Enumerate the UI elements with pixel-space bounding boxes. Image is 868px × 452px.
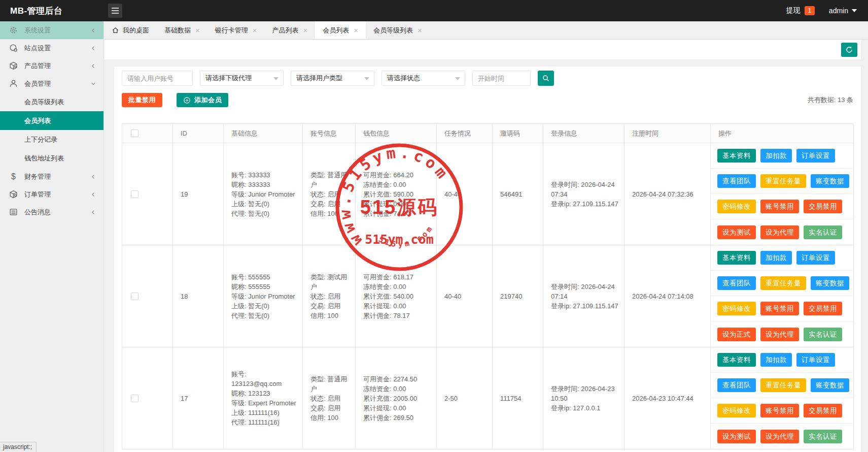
action-button[interactable]: 账变数据 xyxy=(811,174,849,188)
action-button[interactable]: 密码修改 xyxy=(717,200,756,213)
sidebar-item-site[interactable]: 站点设置 xyxy=(0,39,103,57)
action-button[interactable]: 重置任务量 xyxy=(760,276,806,290)
sidebar-item-order[interactable]: 订单管理 xyxy=(0,185,103,203)
action-button[interactable]: 实名认证 xyxy=(804,225,842,239)
action-button[interactable]: 加扣款 xyxy=(760,251,792,265)
hamburger-menu-button[interactable] xyxy=(108,4,122,18)
tab[interactable]: 会员列表 × xyxy=(315,21,366,39)
refresh-button[interactable] xyxy=(841,43,857,57)
base-line: 昵称: 123123 xyxy=(231,389,298,398)
sidebar-item-product[interactable]: 产品管理 xyxy=(0,57,103,75)
action-button[interactable]: 设为正式 xyxy=(717,328,756,341)
withdraw-menu[interactable]: 提现 1 xyxy=(786,6,815,15)
tab[interactable]: 我的桌面 × xyxy=(104,21,157,39)
member-id: 18 xyxy=(173,245,224,347)
action-button[interactable]: 查看团队 xyxy=(717,378,756,392)
action-button[interactable]: 交易禁用 xyxy=(804,302,842,315)
action-button[interactable]: 重置任务量 xyxy=(760,174,806,188)
sidebar-subitem[interactable]: 会员列表 xyxy=(0,111,103,130)
sidebar-subitem[interactable]: 会员等级列表 xyxy=(0,92,103,111)
sidebar-item-label: 公告消息 xyxy=(24,208,90,217)
action-button[interactable]: 设为代理 xyxy=(760,225,799,239)
user-type-select[interactable]: 请选择用户类型 xyxy=(291,71,374,86)
tab[interactable]: 会员等级列表 × xyxy=(366,21,430,39)
column-header-wallet-info: 钱包信息 xyxy=(356,124,437,143)
account-info-cell: 类型: 普通用户状态: 启用交易: 启用信用: 100 xyxy=(303,347,356,449)
action-button[interactable]: 账号禁用 xyxy=(760,404,799,417)
action-button[interactable]: 设为代理 xyxy=(760,430,799,443)
account-search-input[interactable] xyxy=(122,71,193,86)
action-button[interactable]: 密码修改 xyxy=(717,404,756,417)
base-line: 代理: 111111(16) xyxy=(231,417,298,427)
search-button[interactable] xyxy=(538,71,554,86)
user-menu[interactable]: admin xyxy=(829,7,857,15)
task-cell: 40-40 xyxy=(437,245,493,347)
user-type-select-value: 请选择用户类型 xyxy=(296,74,342,83)
close-icon[interactable]: × xyxy=(195,26,200,34)
action-button[interactable]: 基本资料 xyxy=(717,149,756,163)
register-time-cell: 2026-04-24 07:14:08 xyxy=(624,245,711,347)
account-line: 类型: 测试用户 xyxy=(310,272,351,292)
action-button[interactable]: 加扣款 xyxy=(760,149,792,163)
table-header-row: ID 基础信息 账号信息 钱包信息 任务情况 邀请码 登录信息 注册时间 操作 xyxy=(122,124,854,143)
sidebar-subitem[interactable]: 上下分记录 xyxy=(0,130,103,149)
sidebar-item-finance[interactable]: 财务管理 xyxy=(0,168,103,185)
status-select[interactable]: 请选择状态 xyxy=(381,71,465,86)
wallet-line: 累计提现: 0.00 xyxy=(363,301,432,311)
action-button[interactable]: 查看团队 xyxy=(717,276,756,290)
row-checkbox[interactable] xyxy=(131,190,138,198)
select-all-checkbox[interactable] xyxy=(131,130,138,137)
action-button[interactable]: 重置任务量 xyxy=(760,378,806,392)
action-button[interactable]: 密码修改 xyxy=(717,302,756,315)
tab[interactable]: 银行卡管理 × xyxy=(207,21,265,39)
action-button[interactable]: 账号禁用 xyxy=(760,200,799,213)
close-icon[interactable]: × xyxy=(354,26,358,34)
action-button[interactable]: 订单设置 xyxy=(796,353,835,367)
login-line: 登录时间: 2026-04-24 07:34 xyxy=(551,180,620,199)
add-member-button[interactable]: 添加会员 xyxy=(177,93,228,107)
batch-disable-button[interactable]: 批量禁用 xyxy=(122,93,162,107)
tab[interactable]: 基础数据 × xyxy=(157,21,207,39)
sidebar-item-member[interactable]: 会员管理 xyxy=(0,75,103,92)
action-button[interactable]: 账变数据 xyxy=(811,378,849,392)
close-icon[interactable]: × xyxy=(418,26,422,34)
row-checkbox[interactable] xyxy=(131,395,138,402)
sidebar-item-notice[interactable]: 公告消息 xyxy=(0,203,103,221)
total-count-text: 共有数据: 13 条 xyxy=(228,95,853,105)
action-button[interactable]: 基本资料 xyxy=(717,353,756,367)
base-info-cell: 账号: 555555昵称: 555555等级: Junior Promoter上… xyxy=(224,245,303,347)
notice-icon xyxy=(9,208,18,216)
member-id: 17 xyxy=(173,347,224,449)
action-button[interactable]: 账变数据 xyxy=(811,276,849,290)
product-icon xyxy=(9,61,18,70)
agent-select[interactable]: 请选择下级代理 xyxy=(200,71,284,86)
action-button[interactable]: 交易禁用 xyxy=(804,200,842,213)
action-button[interactable]: 查看团队 xyxy=(717,174,756,188)
account-line: 状态: 启用 xyxy=(310,394,351,403)
action-button[interactable]: 基本资料 xyxy=(717,251,756,265)
chevron-down-icon xyxy=(364,77,369,80)
action-button[interactable]: 设为测试 xyxy=(717,430,756,443)
row-checkbox[interactable] xyxy=(131,293,138,300)
action-button[interactable]: 设为测试 xyxy=(717,225,756,239)
column-header-actions: 操作 xyxy=(711,124,854,143)
action-button[interactable]: 加扣款 xyxy=(760,353,792,367)
account-info-cell: 类型: 普通用户状态: 启用交易: 启用信用: 100 xyxy=(303,143,356,245)
start-time-input[interactable] xyxy=(472,71,531,86)
tab[interactable]: 产品列表 × xyxy=(265,21,316,39)
close-icon[interactable]: × xyxy=(253,26,257,34)
wallet-line: 冻结资金: 0.00 xyxy=(363,180,432,189)
action-button[interactable]: 实名认证 xyxy=(804,430,842,443)
sidebar-item-gear[interactable]: 系统设置 xyxy=(0,21,103,39)
action-button[interactable]: 订单设置 xyxy=(796,251,835,265)
action-button[interactable]: 账号禁用 xyxy=(760,302,799,315)
action-button[interactable]: 交易禁用 xyxy=(804,404,842,417)
chevron-down-icon xyxy=(273,77,279,80)
account-info-cell: 类型: 测试用户状态: 启用交易: 启用信用: 100 xyxy=(303,245,356,347)
close-icon[interactable]: × xyxy=(303,26,308,34)
finance-icon xyxy=(9,172,18,181)
sidebar-subitem[interactable]: 钱包地址列表 xyxy=(0,149,103,168)
action-button[interactable]: 实名认证 xyxy=(804,328,842,341)
action-button[interactable]: 订单设置 xyxy=(796,149,835,163)
action-button[interactable]: 设为代理 xyxy=(760,328,799,341)
